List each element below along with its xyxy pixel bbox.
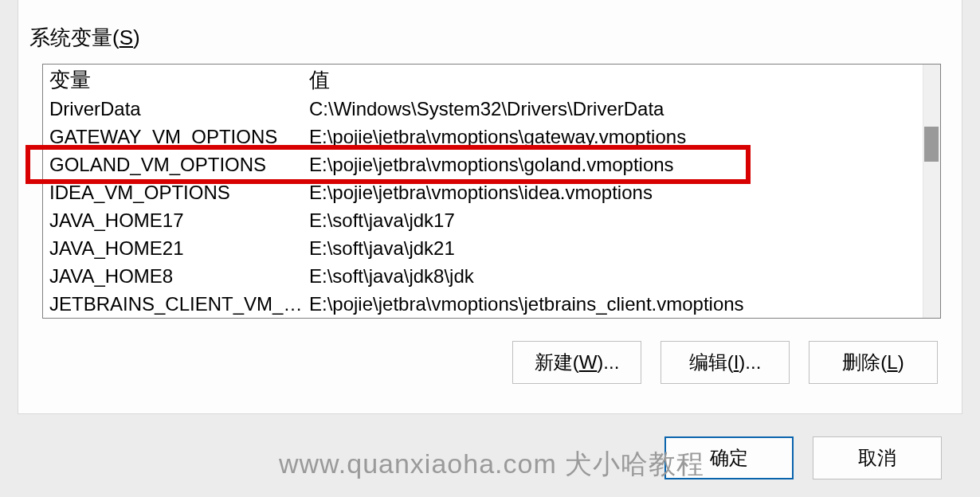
edit-button[interactable]: 编辑(I)...: [661, 341, 790, 384]
new-button-accel: W: [579, 351, 598, 374]
table-row[interactable]: GATEWAY_VM_OPTIONS E:\pojie\jetbra\vmopt…: [43, 123, 923, 151]
cell-variable: GOLAND_VM_OPTIONS: [43, 154, 306, 176]
cancel-button[interactable]: 取消: [813, 436, 942, 479]
watermark-text: www.quanxiaoha.com 犬小哈教程: [279, 446, 704, 483]
cell-variable: DriverData: [43, 98, 306, 120]
system-variables-group: 系统变量(S) 变量 值 DriverData C:\Windows\Syste…: [18, 0, 962, 414]
cell-variable: IDEA_VM_OPTIONS: [43, 182, 306, 204]
cell-value: C:\Windows\System32\Drivers\DriverData: [306, 98, 923, 120]
group-title-suffix: ): [133, 25, 140, 49]
table-row[interactable]: JAVA_HOME17 E:\soft\java\jdk17: [43, 206, 923, 234]
table-row[interactable]: IDEA_VM_OPTIONS E:\pojie\jetbra\vmoption…: [43, 178, 923, 206]
table-row[interactable]: JAVA_HOME21 E:\soft\java\jdk21: [43, 234, 923, 262]
list-rows: DriverData C:\Windows\System32\Drivers\D…: [43, 95, 923, 318]
column-value[interactable]: 值: [306, 66, 940, 94]
delete-button[interactable]: 删除(L): [809, 341, 938, 384]
group-title-prefix: 系统变量(: [29, 25, 120, 49]
cell-variable: JAVA_HOME8: [43, 265, 306, 288]
cell-value: E:\pojie\jetbra\vmoptions\goland.vmoptio…: [306, 154, 923, 176]
list-header: 变量 值: [43, 65, 940, 95]
group-title-accelerator: S: [120, 25, 133, 49]
new-button-post: )...: [597, 351, 619, 374]
cell-value: E:\soft\java\jdk8\jdk: [306, 265, 923, 288]
cell-value: E:\pojie\jetbra\vmoptions\gateway.vmopti…: [306, 126, 923, 148]
edit-button-pre: 编辑(: [689, 350, 734, 375]
new-button[interactable]: 新建(W)...: [512, 341, 641, 384]
group-title: 系统变量(S): [29, 24, 140, 52]
new-button-pre: 新建(: [535, 350, 579, 375]
table-row[interactable]: JETBRAINS_CLIENT_VM_O... E:\pojie\jetbra…: [43, 290, 923, 318]
scrollbar-thumb[interactable]: [924, 127, 939, 162]
cell-value: E:\soft\java\jdk21: [306, 237, 923, 260]
scrollbar[interactable]: [923, 65, 940, 318]
cell-variable: GATEWAY_VM_OPTIONS: [43, 126, 306, 148]
cell-value: E:\pojie\jetbra\vmoptions\idea.vmoptions: [306, 182, 923, 204]
edit-button-post: )...: [739, 351, 761, 374]
cell-variable: JETBRAINS_CLIENT_VM_O...: [43, 293, 306, 315]
delete-button-pre: 删除(: [842, 350, 887, 375]
column-variable[interactable]: 变量: [43, 66, 306, 94]
delete-button-accel: L: [887, 351, 897, 374]
table-row[interactable]: JAVA_HOME8 E:\soft\java\jdk8\jdk: [43, 262, 923, 290]
table-row[interactable]: DriverData C:\Windows\System32\Drivers\D…: [43, 95, 923, 123]
cell-value: E:\pojie\jetbra\vmoptions\jetbrains_clie…: [306, 293, 923, 315]
delete-button-post: ): [898, 351, 904, 374]
list-actions: 新建(W)... 编辑(I)... 删除(L): [18, 341, 938, 384]
cell-value: E:\soft\java\jdk17: [306, 209, 923, 232]
cell-variable: JAVA_HOME17: [43, 209, 306, 232]
edit-button-accel: I: [734, 351, 739, 374]
cell-variable: JAVA_HOME21: [43, 237, 306, 260]
env-variables-list[interactable]: 变量 值 DriverData C:\Windows\System32\Driv…: [42, 64, 941, 319]
table-row[interactable]: GOLAND_VM_OPTIONS E:\pojie\jetbra\vmopti…: [43, 151, 923, 178]
